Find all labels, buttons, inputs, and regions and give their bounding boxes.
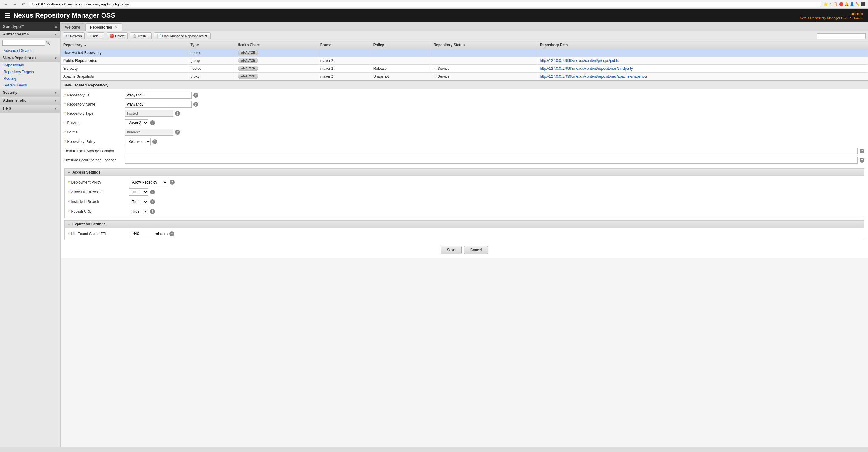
table-row[interactable]: New Hosted Repository hosted ANALYZE: [61, 49, 868, 57]
repo-status: [431, 49, 537, 57]
publish-url-help[interactable]: ?: [150, 209, 155, 214]
sidebar-section-header-security[interactable]: Security ▼: [0, 89, 60, 96]
table-row[interactable]: Public Repositories group ANALYZE maven2…: [61, 57, 868, 65]
provider-wrap: Maven2 Maven1 Nuget Raw ?: [125, 119, 864, 126]
cancel-button[interactable]: Cancel: [464, 246, 488, 254]
nav-back[interactable]: ←: [2, 1, 9, 7]
repository-type-input: [125, 110, 173, 117]
sidebar-section-header-help[interactable]: Help ▼: [0, 105, 60, 112]
default-storage-input[interactable]: [125, 148, 858, 154]
sidebar-section-header-administration[interactable]: Administration ▼: [0, 97, 60, 104]
label-repository-id: * Repository ID: [64, 93, 125, 98]
provider-help[interactable]: ?: [150, 120, 155, 125]
analyze-button-3[interactable]: ANALYZE: [238, 74, 258, 79]
access-collapse-icon: ▼: [68, 171, 71, 174]
refresh-button[interactable]: ↻ Refresh: [63, 32, 85, 39]
analyze-button-2[interactable]: ANALYZE: [238, 66, 258, 71]
repository-policy-select[interactable]: Release Snapshot Mixed: [125, 138, 151, 145]
access-settings-body: * Deployment Policy Allow Redeploy Disab…: [65, 176, 864, 218]
allow-file-browsing-select[interactable]: True False: [129, 188, 148, 196]
repo-policy: Snapshot: [371, 73, 431, 80]
trash-button[interactable]: 🗑 Trash...: [130, 32, 152, 39]
label-repository-type: * Repository Type: [64, 111, 125, 116]
sidebar-section-header-artifact[interactable]: Artifact Search ▼: [0, 31, 60, 38]
repo-path-link-3[interactable]: http://127.0.0.1:9998/nexus/content/repo…: [540, 74, 647, 79]
repository-policy-help[interactable]: ?: [152, 139, 157, 144]
override-storage-help[interactable]: ?: [860, 158, 864, 163]
sidebar: Sonatype™ » Artifact Search ▼ 🔍 Advanced…: [0, 22, 61, 447]
delete-icon: ⛔: [110, 34, 114, 38]
repository-name-input[interactable]: [125, 101, 191, 108]
table-search-input[interactable]: [817, 33, 866, 39]
repo-health: ANALYZE: [235, 57, 318, 65]
allow-file-browsing-help[interactable]: ?: [150, 190, 155, 194]
sidebar-item-routing[interactable]: Routing: [0, 75, 60, 82]
artifact-search-button[interactable]: 🔍: [46, 41, 50, 45]
delete-button[interactable]: ⛔ Delete: [107, 32, 128, 39]
repository-type-help[interactable]: ?: [175, 111, 180, 116]
override-storage-input[interactable]: [125, 157, 858, 164]
repository-name-help[interactable]: ?: [193, 102, 198, 107]
repo-format: maven2: [318, 65, 371, 73]
sidebar-section-help: Help ▼: [0, 105, 60, 113]
format-help[interactable]: ?: [175, 130, 180, 135]
help-arrow: ▼: [54, 107, 57, 110]
analyze-button-0[interactable]: ANALYZE: [238, 50, 258, 55]
access-settings-header[interactable]: ▼ Access Settings: [65, 169, 864, 176]
artifact-search-input[interactable]: [2, 40, 45, 46]
repository-id-help[interactable]: ?: [193, 93, 198, 98]
repo-path-link-1[interactable]: http://127.0.0.1:9998/nexus/content/grou…: [540, 59, 619, 63]
hamburger-icon[interactable]: ☰: [5, 12, 10, 19]
tab-repositories[interactable]: Repositories ✕: [86, 23, 122, 31]
required-star-policy: *: [64, 139, 66, 144]
repo-health: ANALYZE: [235, 65, 318, 73]
label-provider: * Provider: [64, 120, 125, 125]
col-repository: Repository ▲: [61, 41, 188, 49]
publish-url-wrap: True False ?: [129, 208, 861, 215]
sidebar-item-advanced-search[interactable]: Advanced Search: [0, 47, 60, 54]
sidebar-item-repository-targets[interactable]: Repository Targets: [0, 68, 60, 75]
repo-path-link-2[interactable]: http://127.0.0.1:9998/nexus/content/repo…: [540, 66, 633, 71]
analyze-button-1[interactable]: ANALYZE: [238, 58, 258, 63]
provider-select[interactable]: Maven2 Maven1 Nuget Raw: [125, 119, 148, 126]
label-override-storage: Override Local Storage Location: [64, 158, 125, 162]
user-managed-dropdown-icon: ▼: [205, 34, 208, 38]
tab-repositories-close[interactable]: ✕: [115, 26, 117, 29]
app-subtitle: Nexus Repository Manager OSS 2.14.4-03: [800, 16, 863, 20]
url-bar[interactable]: [29, 1, 821, 7]
user-managed-button[interactable]: 📄 User Managed Repositories ▼: [154, 32, 211, 39]
repo-path: http://127.0.0.1:9998/nexus/content/repo…: [537, 73, 868, 80]
add-button[interactable]: + Add...: [87, 32, 104, 39]
deployment-policy-help[interactable]: ?: [170, 180, 175, 185]
repo-format: [318, 49, 371, 57]
nav-refresh[interactable]: ↻: [21, 1, 27, 7]
include-in-search-help[interactable]: ?: [150, 199, 155, 204]
publish-url-select[interactable]: True False: [129, 208, 148, 215]
repository-id-wrap: ?: [125, 92, 864, 98]
not-found-cache-input[interactable]: [129, 230, 153, 237]
repository-id-input[interactable]: [125, 92, 191, 98]
form-buttons: Save Cancel: [61, 243, 868, 258]
sidebar-item-repositories[interactable]: Repositories: [0, 62, 60, 68]
required-star-browsing: *: [68, 190, 70, 194]
save-button[interactable]: Save: [441, 246, 462, 254]
label-default-storage: Default Local Storage Location: [64, 149, 125, 153]
table-row[interactable]: Apache Snapshots proxy ANALYZE maven2 Sn…: [61, 73, 868, 80]
expiration-settings-header[interactable]: ▼ Expiration Settings: [65, 221, 864, 228]
table-row[interactable]: 3rd party hosted ANALYZE maven2 Release …: [61, 65, 868, 73]
tab-welcome[interactable]: Welcome: [61, 23, 85, 31]
not-found-cache-help[interactable]: ?: [169, 231, 174, 236]
include-in-search-select[interactable]: True False: [129, 198, 148, 205]
user-managed-icon: 📄: [157, 34, 161, 38]
artifact-search-area: 🔍: [0, 38, 60, 47]
col-policy: Policy: [371, 41, 431, 49]
views-label: Views/Repositories: [3, 56, 36, 60]
sidebar-section-header-views[interactable]: Views/Repositories ▼: [0, 54, 60, 62]
sidebar-section-views: Views/Repositories ▼ Repositories Reposi…: [0, 54, 60, 89]
default-storage-help[interactable]: ?: [860, 149, 864, 153]
sidebar-item-system-feeds[interactable]: System Feeds: [0, 82, 60, 89]
deployment-policy-select[interactable]: Allow Redeploy Disable Redeploy Read Onl…: [129, 179, 168, 186]
sidebar-collapse-btn[interactable]: »: [55, 24, 57, 29]
not-found-cache-wrap: minutes ?: [129, 230, 861, 237]
nav-forward[interactable]: →: [11, 1, 18, 7]
